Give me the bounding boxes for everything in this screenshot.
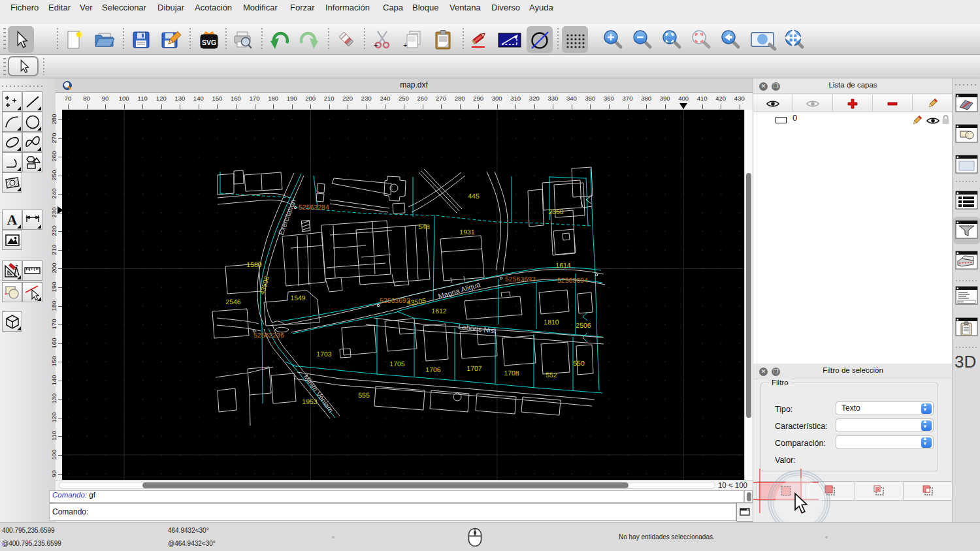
svg-text:552: 552 <box>546 371 557 379</box>
svg-text:+: + <box>374 41 378 49</box>
svg-text:1580: 1580 <box>246 261 262 269</box>
svg-text:1810: 1810 <box>544 319 559 326</box>
svg-text:1705: 1705 <box>389 360 405 368</box>
svg-text:1703: 1703 <box>316 351 332 358</box>
svg-text:52563692: 52563692 <box>380 297 410 305</box>
svg-text:52563694: 52563694 <box>557 277 588 285</box>
svg-text:1708: 1708 <box>504 370 519 377</box>
svg-text:52563693: 52563693 <box>505 276 536 283</box>
svg-text:445: 445 <box>468 193 480 200</box>
svg-text:1614: 1614 <box>555 262 571 270</box>
svg-text:2546: 2546 <box>225 298 241 306</box>
svg-text:1706: 1706 <box>425 366 441 374</box>
svg-text:1953: 1953 <box>302 398 318 406</box>
svg-text:+: + <box>403 41 407 49</box>
svg-text:555: 555 <box>358 392 370 400</box>
svg-text:2360: 2360 <box>548 208 564 216</box>
svg-text:3D: 3D <box>955 352 976 371</box>
svg-text:1707: 1707 <box>466 365 482 373</box>
svg-text:1612: 1612 <box>431 307 447 315</box>
svg-text:2506: 2506 <box>576 322 591 330</box>
svg-text:1931: 1931 <box>459 228 475 236</box>
svg-text:SVG: SVG <box>202 39 216 46</box>
svg-text:52562236: 52562236 <box>253 332 284 339</box>
svg-text:548: 548 <box>418 223 430 231</box>
svg-text:1549: 1549 <box>290 294 306 302</box>
svg-text:550: 550 <box>573 360 585 368</box>
svg-text:52563284: 52563284 <box>299 204 329 212</box>
